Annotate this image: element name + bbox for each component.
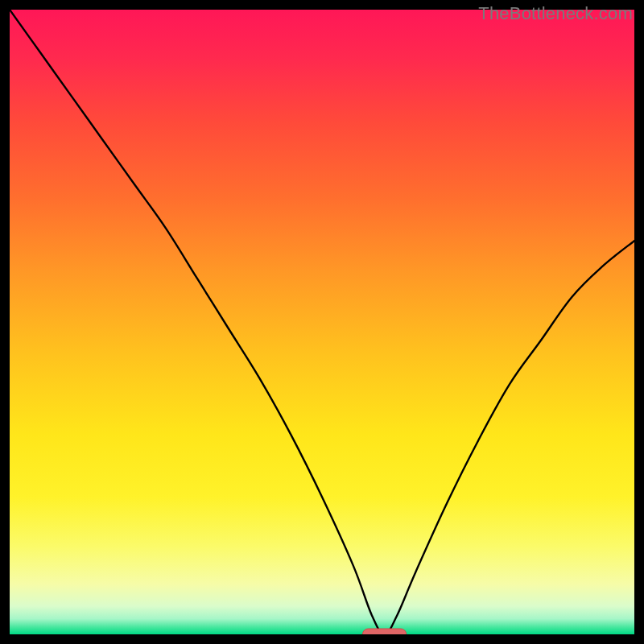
- optimal-point-marker: [362, 629, 406, 634]
- watermark-text: TheBottleneck.com: [478, 3, 633, 24]
- plot-area: [10, 10, 634, 634]
- bottleneck-chart: [10, 10, 634, 634]
- gradient-background: [10, 10, 634, 634]
- chart-frame: TheBottleneck.com: [0, 0, 644, 644]
